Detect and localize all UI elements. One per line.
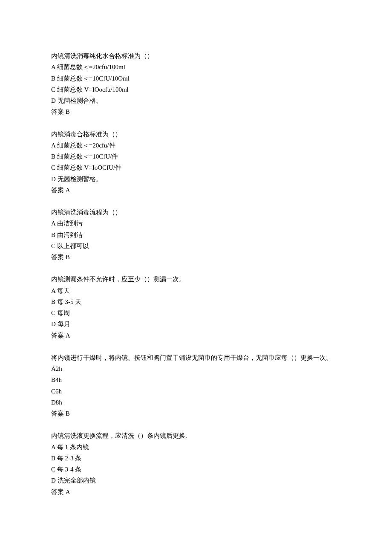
question-answer: 答案 B: [51, 106, 341, 117]
question-option: A 细菌总数＜=20cfu/件: [51, 140, 341, 151]
question-stem: 内镜清洗消毒纯化水合格标准为（）: [51, 50, 341, 61]
question-option: A2h: [51, 363, 341, 374]
question-option: D 无菌检测暂格。: [51, 173, 341, 185]
question-option: D 洗完全部内镜: [51, 475, 341, 486]
question-stem: 内镜消毒合格标准为（）: [51, 129, 341, 140]
question-stem: 将内镜进行干燥时，将内镜、按钮和阀门置于铺设无菌巾的专用干燥台，无菌巾应每（）更…: [51, 352, 341, 363]
question-answer: 答案 A: [51, 330, 341, 341]
question-option: B 每 3-5 天: [51, 296, 341, 307]
question-option: A 细菌总数＜=20cfu/100ml: [51, 61, 341, 72]
question-option: D8h: [51, 397, 341, 408]
question-block: 内镜清洗消毒纯化水合格标准为（） A 细菌总数＜=20cfu/100ml B 细…: [51, 50, 341, 118]
question-option: A 每天: [51, 285, 341, 296]
question-stem: 内镜测漏条件不允许时，应至少（）测漏一次。: [51, 274, 341, 285]
question-stem: 内镜清洗消毒流程为（）: [51, 207, 341, 218]
question-option: B4h: [51, 374, 341, 385]
question-option: B 细菌总数＜=10CfU/件: [51, 151, 341, 162]
question-stem: 内镜清洗液更换流程，应清洗（）条内镜后更换.: [51, 430, 341, 441]
question-option: C6h: [51, 386, 341, 397]
question-option: C 细菌总数 V=IOocfu/100ml: [51, 84, 341, 95]
document-page: 内镜清洗消毒纯化水合格标准为（） A 细菌总数＜=20cfu/100ml B 细…: [0, 0, 392, 555]
question-option: B 由污到洁: [51, 229, 341, 240]
question-option: D 无菌检测合格。: [51, 95, 341, 106]
question-block: 内镜清洗液更换流程，应清洗（）条内镜后更换. A 每 1 条内镜 B 每 2-3…: [51, 430, 341, 497]
question-option: D 每月: [51, 318, 341, 330]
question-option: C 细菌总数 V=IoOCfU/件: [51, 162, 341, 173]
question-option: C 以上都可以: [51, 240, 341, 251]
question-option: B 细菌总数＜=10CfU/10Oml: [51, 73, 341, 84]
question-answer: 答案 B: [51, 251, 341, 263]
question-option: A 由洁到污: [51, 218, 341, 229]
question-block: 将内镜进行干燥时，将内镜、按钮和阀门置于铺设无菌巾的专用干燥台，无菌巾应每（）更…: [51, 352, 341, 419]
question-option: C 每 3-4 条: [51, 464, 341, 475]
question-block: 内镜测漏条件不允许时，应至少（）测漏一次。 A 每天 B 每 3-5 天 C 每…: [51, 274, 341, 341]
question-answer: 答案 B: [51, 408, 341, 419]
question-block: 内镜消毒合格标准为（） A 细菌总数＜=20cfu/件 B 细菌总数＜=10Cf…: [51, 129, 341, 196]
question-answer: 答案 A: [51, 185, 341, 196]
question-answer: 答案 A: [51, 486, 341, 497]
question-option: B 每 2-3 条: [51, 453, 341, 464]
question-block: 内镜清洗消毒流程为（） A 由洁到污 B 由污到洁 C 以上都可以 答案 B: [51, 207, 341, 263]
question-option: A 每 1 条内镜: [51, 442, 341, 453]
question-option: C 每周: [51, 307, 341, 318]
